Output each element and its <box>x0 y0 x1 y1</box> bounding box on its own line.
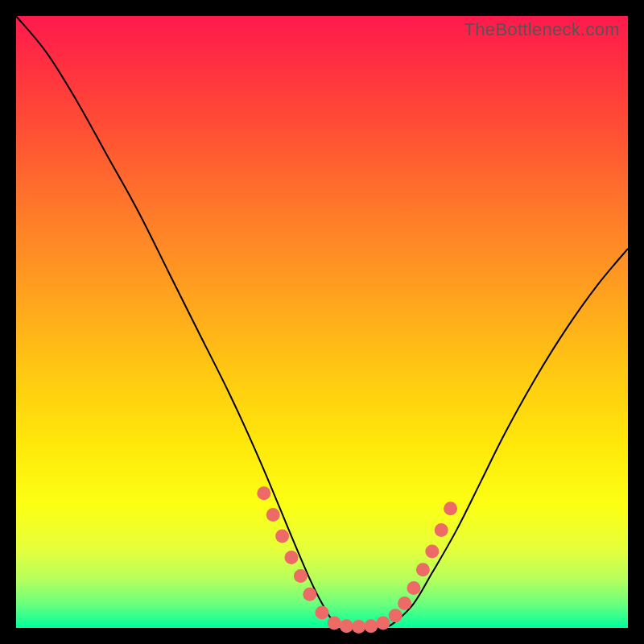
highlight-dot <box>303 588 316 601</box>
highlight-dot <box>294 569 308 583</box>
highlight-dot <box>407 581 421 595</box>
highlight-dot <box>257 486 270 500</box>
bottleneck-curve-path <box>16 16 628 629</box>
highlight-dot <box>377 616 390 630</box>
highlight-dot <box>398 597 411 610</box>
bottleneck-curve-svg <box>16 16 628 628</box>
highlight-dot <box>316 606 329 620</box>
highlight-dot <box>444 502 457 515</box>
highlight-dot <box>340 619 353 633</box>
highlight-dot <box>328 616 341 630</box>
highlight-dot <box>364 619 378 633</box>
plot-area: TheBottleneck.com <box>16 16 628 628</box>
highlight-dot <box>266 508 280 522</box>
highlight-dot <box>275 530 289 543</box>
chart-frame: TheBottleneck.com <box>0 0 644 644</box>
highlight-dot <box>285 551 299 564</box>
highlight-dot <box>352 620 365 634</box>
highlight-dot <box>389 609 402 622</box>
highlight-dot <box>425 545 439 559</box>
highlight-dot <box>435 523 448 537</box>
highlight-dots-group <box>257 486 457 634</box>
highlight-dot <box>416 563 430 576</box>
